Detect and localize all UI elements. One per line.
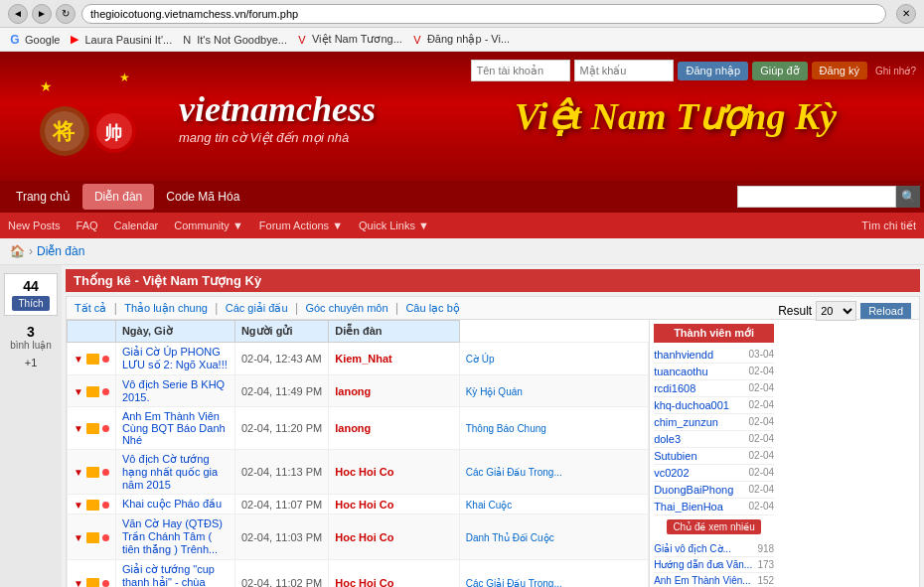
main-content: Thống kê - Việt Nam Tượng Kỳ Tất cả | Th…	[62, 265, 924, 587]
row-topic-cell: Khai cuộc Pháo đầu	[115, 495, 234, 514]
user-link[interactable]: Hoc Hoi Co	[335, 466, 393, 478]
user-link[interactable]: Kiem_Nhat	[335, 353, 391, 365]
nav-codemahoa[interactable]: Code Mã Hóa	[154, 184, 251, 210]
tab-clubs[interactable]: Câu lạc bộ	[405, 302, 459, 314]
row-user-cell: Hoc Hoi Co	[329, 514, 459, 560]
bookmark-vietnam[interactable]: V Việt Nam Tương...	[295, 33, 402, 47]
tab-discussion[interactable]: Thảo luận chung	[124, 302, 208, 314]
user-link[interactable]: Hoc Hoi Co	[335, 499, 393, 511]
address-bar[interactable]	[81, 4, 886, 24]
row-user-cell: lanong	[329, 407, 459, 450]
svg-text:帅: 帅	[103, 123, 122, 143]
bookmark-google[interactable]: G Google	[8, 33, 60, 47]
header-right-title: Việt Nam Tượng Kỳ	[427, 52, 924, 181]
bookmark-notgoodbye[interactable]: N It's Not Goodbye...	[180, 33, 287, 47]
row-forum-cell: Các Giải Đấu Trong...	[459, 450, 648, 495]
user-link[interactable]: lanong	[335, 422, 371, 434]
table-header-row: Ngày, Giờ Người gửi Diễn đàn	[68, 321, 649, 343]
topic-link[interactable]: Vô địch Serie B KHQ 2015.	[122, 378, 225, 403]
row-date-cell: 02-04, 11:07 PM	[234, 495, 328, 514]
forum-section-title: Thống kê - Việt Nam Tượng Kỳ	[66, 269, 920, 292]
row-icon-cell: ▼	[68, 375, 116, 407]
folder-icon	[86, 386, 99, 397]
subnav-calendar[interactable]: Calendar	[114, 220, 159, 231]
member-name-link[interactable]: Thai_BienHoa	[654, 501, 723, 513]
forward-button[interactable]: ►	[32, 4, 52, 24]
user-link[interactable]: Hoc Hoi Co	[335, 531, 393, 543]
row-forum-cell: Danh Thủ Đối Cuộc	[459, 514, 648, 560]
member-date: 02-04	[749, 366, 775, 377]
comment-label: bình luận	[0, 340, 62, 351]
row-date-cell: 02-04, 12:43 AM	[234, 343, 328, 375]
bookmark-laura[interactable]: ▶ Laura Pausini It'...	[68, 33, 172, 47]
tab-all[interactable]: Tất cả	[75, 302, 106, 314]
tab-tournaments[interactable]: Các giải đấu	[226, 302, 288, 314]
new-post-icon	[102, 469, 109, 476]
member-name-link[interactable]: chim_zunzun	[654, 416, 718, 428]
user-link[interactable]: lanong	[335, 385, 371, 397]
topic-link[interactable]: Giải Cờ Úp PHONG LƯU số 2: Ngõ Xua!!!	[122, 346, 228, 370]
back-button[interactable]: ◄	[8, 4, 28, 24]
member-name-link[interactable]: khq-duchoa001	[654, 399, 729, 411]
facebook-like-button[interactable]: Thích	[12, 296, 49, 311]
member-date: 02-04	[749, 416, 775, 428]
sidebar-member-item: chim_zunzun02-04	[654, 414, 774, 431]
forum-table: Ngày, Giờ Người gửi Diễn đàn ▼ Giải Cờ Ú…	[67, 320, 649, 587]
reload-button[interactable]: Reload	[860, 303, 911, 319]
header-logo: 将 帅 ★ ★ vietnamchess mang tin cờ Việt đế…	[0, 52, 397, 181]
topic-link[interactable]: Văn Cờ Hay (QTĐS) Trần Chánh Tâm ( tiên …	[122, 517, 223, 555]
search-bar: 🔍	[737, 186, 920, 208]
row-icon-cell: ▼	[68, 495, 116, 514]
nav-diendан[interactable]: Diễn đàn	[82, 184, 154, 210]
topic-link[interactable]: Khai cuộc Pháo đầu	[122, 498, 222, 510]
main-nav: Trang chủ Diễn đàn Code Mã Hóa 🔍	[0, 181, 924, 213]
member-date: 02-04	[749, 484, 775, 496]
refresh-button[interactable]: ↻	[56, 4, 76, 24]
topic-link[interactable]: Vô địch Cờ tướng hạng nhất quốc gia năm …	[122, 453, 218, 491]
nav-trangchu[interactable]: Trang chủ	[4, 184, 82, 210]
subnav-faq[interactable]: FAQ	[77, 220, 98, 231]
member-name-link[interactable]: dole3	[654, 433, 681, 445]
subnav-forumactions[interactable]: Forum Actions ▼	[259, 220, 343, 231]
member-name-link[interactable]: tuancaothu	[654, 366, 707, 377]
sidebar-member-item: Sutubien02-04	[654, 448, 774, 465]
forum-link[interactable]: Cờ Úp	[466, 354, 495, 365]
forum-link[interactable]: Khai Cuộc	[466, 500, 513, 511]
side-panel: 44 Thích 3 bình luận +1	[0, 265, 62, 587]
bookmark-login[interactable]: V Đăng nhập - Vi...	[410, 33, 510, 47]
user-link[interactable]: Hoc Hoi Co	[335, 577, 393, 588]
member-date: 02-04	[749, 501, 775, 513]
hot-topic-link[interactable]: Giải vô địch Cờ...	[654, 543, 753, 554]
member-name-link[interactable]: Sutubien	[654, 450, 696, 462]
forum-tbody: ▼ Giải Cờ Úp PHONG LƯU số 2: Ngõ Xua!!! …	[68, 343, 649, 588]
subnav-newposts[interactable]: New Posts	[8, 220, 61, 231]
forum-link[interactable]: Danh Thủ Đối Cuộc	[466, 532, 554, 543]
member-name-link[interactable]: rcdi1608	[654, 382, 695, 394]
search-button[interactable]: 🔍	[896, 186, 920, 208]
forum-link[interactable]: Thông Báo Chung	[466, 423, 546, 434]
home-icon[interactable]: 🏠	[10, 244, 25, 258]
more-topics-btn[interactable]: Chủ đề xem nhiều	[654, 519, 774, 533]
subnav-search-link[interactable]: Tìm chi tiết	[861, 220, 916, 232]
hot-topic-link[interactable]: Anh Em Thành Viên...	[654, 575, 753, 586]
forum-link[interactable]: Kỳ Hội Quán	[466, 386, 523, 397]
row-forum-cell: Khai Cuộc	[459, 495, 648, 514]
new-post-icon	[102, 580, 109, 587]
close-button[interactable]: ✕	[896, 4, 916, 24]
subnav-community[interactable]: Community ▼	[174, 220, 243, 231]
breadcrumb-forum-link[interactable]: Diễn đàn	[37, 244, 84, 258]
search-input[interactable]	[737, 186, 896, 208]
topic-link[interactable]: Anh Em Thành Viên Cùng BQT Báo Danh Nhé	[122, 410, 226, 446]
forum-link[interactable]: Các Giải Đấu Trong...	[466, 578, 562, 588]
member-name-link[interactable]: DuongBaiPhong	[654, 484, 733, 496]
hot-topic-link[interactable]: Hướng dẫn đưa Văn...	[654, 559, 753, 570]
row-icon-cell: ▼	[68, 407, 116, 450]
tab-professional[interactable]: Góc chuyên môn	[305, 302, 387, 314]
member-name-link[interactable]: thanhviendd	[654, 349, 713, 361]
result-select[interactable]: 20 50 100	[816, 301, 856, 321]
folder-icon	[86, 354, 99, 365]
subnav-quicklinks[interactable]: Quick Links ▼	[359, 220, 429, 231]
member-name-link[interactable]: vc0202	[654, 467, 689, 479]
topic-link[interactable]: Giải cờ tướng "cup thanh hải" - chùa nhậ…	[122, 563, 215, 587]
forum-link[interactable]: Các Giải Đấu Trong...	[466, 467, 562, 478]
